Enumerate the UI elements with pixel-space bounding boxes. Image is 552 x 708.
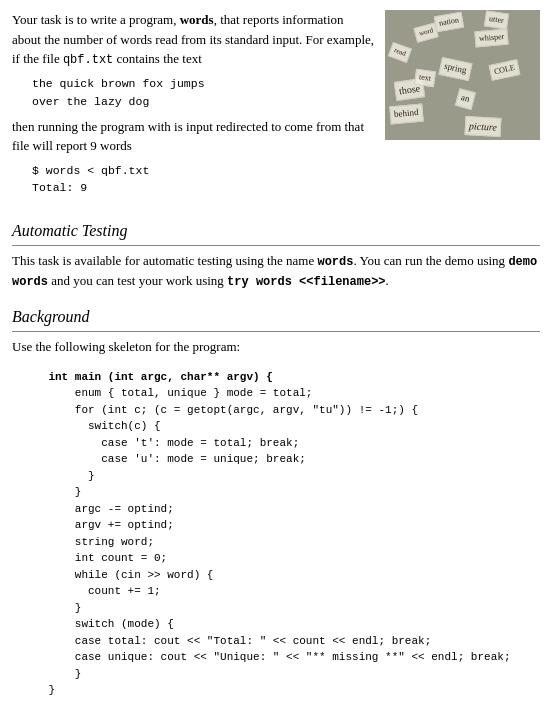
qbf-filename: qbf.txt	[63, 53, 113, 67]
code-skeleton: int main (int argc, char** argv) { enum …	[12, 369, 540, 699]
collage-word-extra1: read	[388, 42, 412, 62]
example-output: $ words < qbf.txt Total: 9	[12, 162, 375, 198]
code-line-5: case 't': mode = total; break;	[22, 435, 540, 452]
code-line-18: case unique: cout << "Unique: " << "** m…	[22, 649, 540, 666]
output-line1: $ words < qbf.txt	[32, 162, 375, 180]
collage-word-cole: COLE	[489, 59, 521, 81]
code-line-14: count += 1;	[22, 583, 540, 600]
collage-word-utter: utter	[484, 11, 509, 30]
code-line-2: enum { total, unique } mode = total;	[22, 385, 540, 402]
code-line-4: switch(c) {	[22, 418, 540, 435]
example-input-line2: over the lazy dog	[32, 93, 375, 111]
bg-intro-paragraph: Use the following skeleton for the progr…	[12, 337, 540, 357]
word-collage-image: nation utter whisper spring those an beh…	[385, 10, 540, 140]
collage-word-behind: behind	[389, 104, 423, 124]
auto-words-bold: words	[317, 255, 353, 269]
code-line-15: }	[22, 600, 540, 617]
code-line-16: switch (mode) {	[22, 616, 540, 633]
section-title-background: Background	[12, 305, 540, 332]
section-title-auto: Automatic Testing	[12, 219, 540, 246]
code-line-11: string word;	[22, 534, 540, 551]
code-line-7: }	[22, 468, 540, 485]
code-line-19: }	[22, 666, 540, 683]
intro-text: Your task is to write a program, words, …	[12, 10, 375, 203]
output-line2: Total: 9	[32, 179, 375, 197]
example-input: the quick brown fox jumps over the lazy …	[12, 75, 375, 111]
code-line-8: }	[22, 484, 540, 501]
example-input-line1: the quick brown fox jumps	[32, 75, 375, 93]
collage-word-nation: nation	[434, 12, 464, 33]
collage-word-spring: spring	[439, 57, 472, 80]
collage-word-extra2: word	[414, 22, 439, 42]
redirect-paragraph: then running the program with is input r…	[12, 117, 375, 156]
code-line-9: argc -= optind;	[22, 501, 540, 518]
bold-words: words	[180, 12, 214, 27]
main-content: Your task is to write a program, words, …	[12, 10, 540, 708]
intro-paragraph: Your task is to write a program, words, …	[12, 10, 375, 69]
code-line-1: int main (int argc, char** argv) {	[22, 369, 540, 386]
code-line-6: case 'u': mode = unique; break;	[22, 451, 540, 468]
collage-word-an: an	[455, 88, 475, 109]
collage-word-extra3: text	[414, 69, 436, 88]
auto-try-bold: try words <<filename>>	[227, 275, 385, 289]
code-line-10: argv += optind;	[22, 517, 540, 534]
code-line-17: case total: cout << "Total: " << count <…	[22, 633, 540, 650]
collage-word-picture: picture	[465, 116, 502, 137]
code-line-20: }	[22, 682, 540, 699]
intro-section: Your task is to write a program, words, …	[12, 10, 540, 203]
code-line-12: int count = 0;	[22, 550, 540, 567]
auto-testing-paragraph: This task is available for automatic tes…	[12, 251, 540, 291]
code-line-3: for (int c; (c = getopt(argc, argv, "tu"…	[22, 402, 540, 419]
code-line-13: while (cin >> word) {	[22, 567, 540, 584]
collage-background: nation utter whisper spring those an beh…	[385, 10, 540, 140]
collage-word-whisper: whisper	[474, 29, 509, 48]
